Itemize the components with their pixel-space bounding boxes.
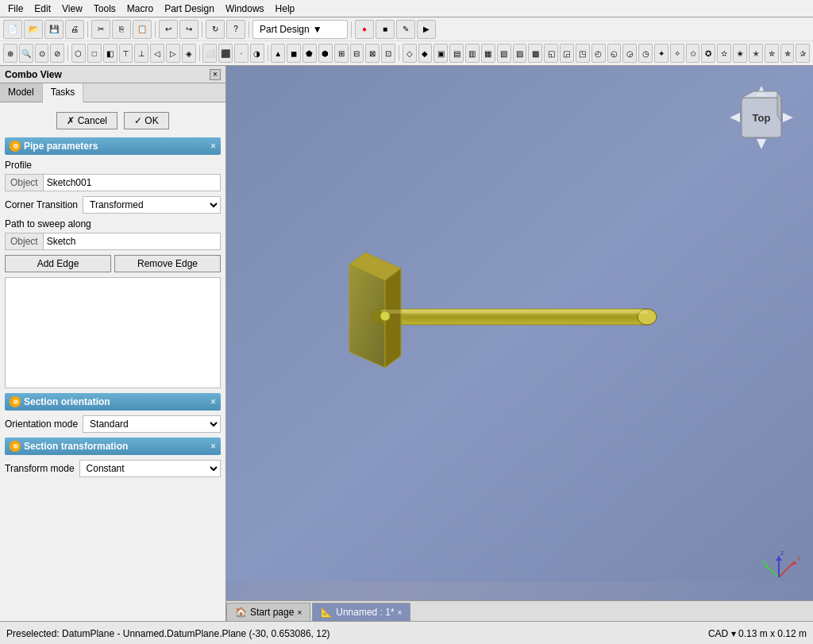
corner-transition-select[interactable]: Transformed: [83, 196, 221, 214]
tb-view4[interactable]: ⊘: [50, 44, 64, 63]
tb-print[interactable]: 🖨: [65, 20, 84, 39]
tb-more9[interactable]: ▩: [528, 44, 542, 63]
tb-more12[interactable]: ◳: [576, 44, 590, 63]
tb-points[interactable]: ·: [234, 44, 249, 63]
tb-redo[interactable]: ↪: [179, 20, 198, 39]
tb-view3[interactable]: ⊙: [35, 44, 49, 63]
tb-more17[interactable]: ✦: [654, 44, 669, 63]
tb-cut[interactable]: ✂: [91, 20, 110, 39]
tb-top[interactable]: ⊤: [119, 44, 133, 63]
cancel-button[interactable]: ✗ Cancel: [56, 112, 118, 129]
tb-refresh[interactable]: ↻: [206, 20, 225, 39]
tb-right[interactable]: ▷: [166, 44, 180, 63]
tb-obj5[interactable]: ⊞: [334, 44, 349, 63]
combo-view-title: Combo View: [5, 69, 62, 80]
tab-start-page[interactable]: 🏠 Start page ×: [226, 603, 310, 621]
menu-windows[interactable]: Windows: [221, 2, 269, 16]
tb-copy[interactable]: ⎘: [112, 20, 131, 39]
tb-more2[interactable]: ◆: [418, 44, 433, 63]
tb-more6[interactable]: ▦: [481, 44, 495, 63]
orientation-section-toggle[interactable]: ×: [210, 396, 216, 407]
tb-bottom[interactable]: ⊥: [134, 44, 148, 63]
add-edge-button[interactable]: Add Edge: [5, 255, 111, 272]
tb-view1[interactable]: ⊕: [3, 44, 17, 63]
tb-more21[interactable]: ✫: [717, 44, 731, 63]
axes-svg: x y z: [757, 550, 801, 593]
tb-obj2[interactable]: ◼: [287, 44, 301, 63]
menu-file[interactable]: File: [3, 2, 28, 16]
orientation-mode-select[interactable]: Standard: [83, 415, 221, 433]
edge-list[interactable]: [5, 277, 221, 388]
tb-more20[interactable]: ✪: [701, 44, 715, 63]
tb-more19[interactable]: ✩: [686, 44, 700, 63]
unnamed-close[interactable]: ×: [398, 608, 403, 617]
tb-help[interactable]: ?: [226, 20, 245, 39]
tb-save[interactable]: 💾: [44, 20, 64, 39]
transform-mode-select[interactable]: Constant: [79, 460, 221, 477]
tab-tasks[interactable]: Tasks: [43, 83, 84, 102]
tb-play[interactable]: ▶: [417, 20, 436, 39]
tb-more13[interactable]: ◴: [591, 44, 606, 63]
menu-macro[interactable]: Macro: [122, 2, 158, 16]
tb-obj1[interactable]: ▲: [271, 44, 285, 63]
tb-more16[interactable]: ◷: [638, 44, 653, 63]
tb-more18[interactable]: ✧: [670, 44, 684, 63]
tb-more5[interactable]: ▥: [465, 44, 480, 63]
tb-open[interactable]: 📂: [24, 20, 43, 39]
tb-more15[interactable]: ◶: [622, 44, 637, 63]
menu-part-design[interactable]: Part Design: [160, 2, 219, 16]
tb-3d[interactable]: ⬡: [71, 44, 86, 63]
tb-more26[interactable]: ✰: [796, 44, 810, 63]
tb-more11[interactable]: ◲: [560, 44, 574, 63]
tab-unnamed[interactable]: 📐 Unnamed : 1* ×: [312, 603, 410, 621]
tb-more1[interactable]: ◇: [403, 44, 417, 63]
tb-left[interactable]: ◁: [150, 44, 164, 63]
ok-button[interactable]: ✓ OK: [124, 112, 169, 129]
sketch-input[interactable]: [43, 233, 221, 250]
part-design-dropdown[interactable]: Part Design ▼: [252, 20, 348, 39]
menu-help[interactable]: Help: [271, 2, 300, 16]
menu-tools[interactable]: Tools: [89, 2, 121, 16]
tb-new[interactable]: 📄: [3, 20, 22, 39]
viewport[interactable]: Top x y z 🏠 Start page ×: [226, 66, 813, 621]
nav-cube[interactable]: Top: [726, 82, 797, 153]
menu-edit[interactable]: Edit: [29, 2, 56, 16]
tb-more25[interactable]: ✯: [780, 44, 795, 63]
transformation-section-toggle[interactable]: ×: [210, 441, 216, 452]
tb-iso[interactable]: ◈: [182, 44, 196, 63]
status-bar: Preselected: DatumPlane - Unnamed.DatumP…: [0, 621, 813, 644]
tb-more4[interactable]: ▤: [449, 44, 464, 63]
tb-obj6[interactable]: ⊟: [350, 44, 364, 63]
tb-view2[interactable]: 🔍: [19, 44, 33, 63]
tb-more10[interactable]: ◱: [544, 44, 558, 63]
tb-obj7[interactable]: ⊠: [365, 44, 380, 63]
tb-record[interactable]: ●: [355, 20, 374, 39]
tb-more22[interactable]: ✬: [733, 44, 747, 63]
tb-wireframe[interactable]: ⬜: [202, 44, 217, 63]
tb-more8[interactable]: ▨: [513, 44, 527, 63]
tb-stop[interactable]: ■: [376, 20, 395, 39]
tb-undo[interactable]: ↩: [159, 20, 178, 39]
tab-model[interactable]: Model: [0, 83, 43, 102]
tb-more24[interactable]: ✮: [765, 44, 779, 63]
tb-obj3[interactable]: ⬟: [302, 44, 317, 63]
tb-more23[interactable]: ✭: [749, 44, 763, 63]
tb-macro-edit[interactable]: ✎: [396, 20, 415, 39]
menu-view[interactable]: View: [57, 2, 87, 16]
start-page-close[interactable]: ×: [297, 608, 302, 617]
tb-paste[interactable]: 📋: [133, 20, 152, 39]
tb-more14[interactable]: ◵: [607, 44, 622, 63]
tb-back[interactable]: ◧: [103, 44, 118, 63]
profile-label: Profile: [5, 160, 221, 171]
tb-shaded[interactable]: ◑: [250, 44, 264, 63]
tb-obj8[interactable]: ⊡: [381, 44, 395, 63]
pipe-section-toggle[interactable]: ×: [210, 141, 216, 152]
tb-obj4[interactable]: ⬢: [318, 44, 333, 63]
sketch001-input[interactable]: [43, 174, 221, 191]
tb-more3[interactable]: ▣: [433, 44, 448, 63]
tb-more7[interactable]: ▧: [497, 44, 511, 63]
tb-solid[interactable]: ⬛: [218, 44, 233, 63]
combo-view-close[interactable]: ×: [210, 69, 221, 80]
tb-front[interactable]: □: [87, 44, 102, 63]
remove-edge-button[interactable]: Remove Edge: [114, 255, 221, 272]
